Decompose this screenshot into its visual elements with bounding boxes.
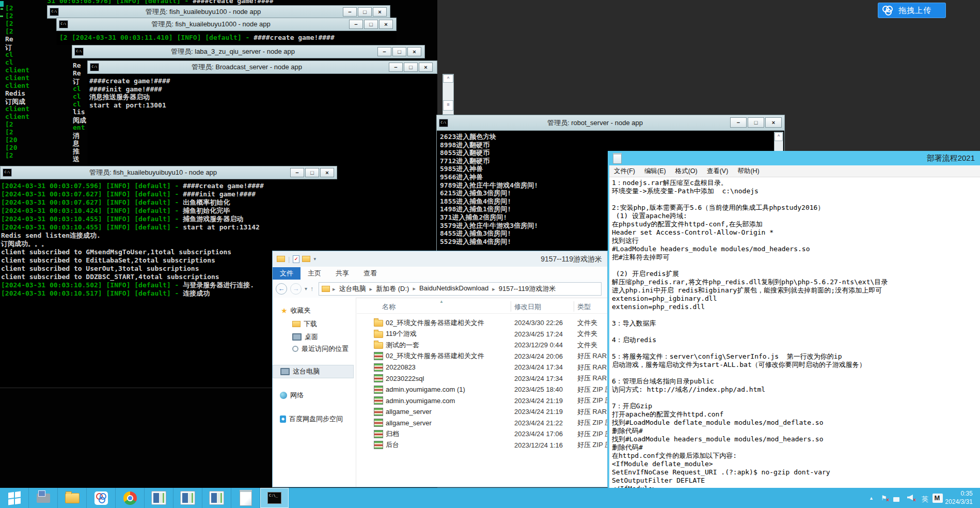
breadcrumb-item[interactable]: 9157--119游戏游米 xyxy=(489,284,557,294)
window-fish10-titlebar[interactable]: C:\ 管理员: fish_kuailebuyuibuyu10 - node a… xyxy=(0,166,337,179)
taskbar-app-2[interactable] xyxy=(173,488,202,508)
menu-item[interactable]: 格式(O) xyxy=(671,167,702,176)
minimize-button[interactable]: − xyxy=(389,63,403,72)
network-status-icon[interactable] xyxy=(893,496,899,503)
table-row[interactable]: 归档 2023/4/24 17:06 好压 ZIP 压缩文件 xyxy=(357,428,607,440)
notepad-text-area[interactable]: 1：nodejs.rar解压缩至c盘根目录。环境变量->系统变量-Path中添加… xyxy=(612,179,979,508)
table-row[interactable]: admin.youmigame.com 2023/4/24 21:19 好压 Z… xyxy=(357,395,607,407)
maximize-button[interactable]: □ xyxy=(392,47,406,56)
breadcrumb[interactable]: 这台电脑新加卷 (D:)BaiduNetdiskDownload9157--11… xyxy=(319,282,602,296)
history-dropdown-icon[interactable]: ▾ xyxy=(305,286,307,291)
ribbon-tab[interactable]: 文件 xyxy=(273,267,301,280)
sidebar-item-downloads[interactable]: 下载 xyxy=(273,318,354,330)
scroll-up-icon[interactable]: ^ xyxy=(443,74,453,83)
scroll-up-icon[interactable]: ^ xyxy=(774,132,783,141)
forward-button[interactable]: → xyxy=(290,283,302,295)
window-fish100-titlebar[interactable]: C:\ 管理员: fish_kuailebuyu100 - node app −… xyxy=(47,5,390,19)
notepad-titlebar[interactable]: 部署流程2021 xyxy=(609,151,980,165)
new-folder-icon[interactable] xyxy=(302,256,310,262)
back-button[interactable]: ← xyxy=(276,283,287,295)
sidebar-item-favorites[interactable]: ★ 收藏夹 xyxy=(273,305,354,316)
taskbar-server-manager[interactable] xyxy=(29,488,58,508)
language-indicator[interactable]: 英 xyxy=(922,495,928,504)
minimize-button[interactable]: − xyxy=(290,168,304,177)
menu-item[interactable]: 查看(V) xyxy=(702,167,733,176)
action-center-flag-icon[interactable]: ⚑× xyxy=(881,494,887,502)
window-broadcast-titlebar[interactable]: C:\ 管理员: Broadcast_server - node app − □… xyxy=(87,60,437,74)
ribbon-tab[interactable]: 查看 xyxy=(356,267,384,280)
maximize-button[interactable]: □ xyxy=(358,7,372,17)
ribbon-tab[interactable]: 主页 xyxy=(301,267,328,280)
table-row[interactable]: 测试的一套 2023/12/29 0:44 文件夹 xyxy=(357,340,607,351)
up-button[interactable]: ↑ xyxy=(310,285,313,293)
close-button[interactable]: × xyxy=(407,47,421,56)
breadcrumb-item[interactable]: 这台电脑 xyxy=(330,284,367,294)
taskbar-notepad[interactable] xyxy=(231,488,260,508)
sidebar-item-recent[interactable]: 最近访问的位置 xyxy=(273,343,354,355)
this-pc-icon xyxy=(280,368,290,375)
close-button[interactable]: × xyxy=(379,20,393,29)
taskbar-baidu-netdisk[interactable] xyxy=(87,488,116,508)
file-type: 文件夹 xyxy=(577,329,597,338)
table-row[interactable]: 02_环境文件服务器搭建相关文件 2024/3/30 22:26 文件夹 xyxy=(357,317,607,329)
notepad-title: 部署流程2021 xyxy=(927,153,975,163)
close-button[interactable]: × xyxy=(320,168,334,177)
table-row[interactable]: 20230222sql 2023/4/24 17:34 好压 RAR 压缩文件 xyxy=(357,373,607,384)
column-header-name[interactable]: 名称 xyxy=(382,302,396,312)
console-fragment: [2 xyxy=(5,4,46,12)
hidden-icons-chevron[interactable]: ▲ xyxy=(869,496,874,501)
column-header-date[interactable]: 修改日期 xyxy=(514,302,541,312)
maximize-button[interactable]: □ xyxy=(364,20,378,29)
minimize-button[interactable]: − xyxy=(343,7,357,17)
window-laba-titlebar[interactable]: C:\ 管理员: laba_3_zu_qiu_server - node app… xyxy=(72,45,425,58)
maximize-button[interactable]: □ xyxy=(748,117,764,128)
sidebar-item-network[interactable]: 网络 xyxy=(273,390,354,401)
close-button[interactable]: × xyxy=(419,63,433,72)
scrollbar-thumb[interactable]: ≡ xyxy=(443,100,453,111)
start-button[interactable] xyxy=(0,488,29,508)
taskbar-app-3[interactable] xyxy=(202,488,231,508)
maximize-button[interactable]: □ xyxy=(404,63,418,72)
ribbon-tab[interactable]: 共享 xyxy=(328,267,356,280)
downloads-folder-icon xyxy=(292,321,301,327)
breadcrumb-item[interactable]: 新加卷 (D:) xyxy=(367,284,410,294)
menu-item[interactable]: 编辑(E) xyxy=(640,167,671,176)
table-row[interactable]: 后台 2023/12/24 1:16 好压 ZIP 压缩文件 xyxy=(357,440,607,451)
taskbar-app-1[interactable] xyxy=(145,488,173,508)
console-line: Redis send listen连接成功. xyxy=(1,232,436,240)
close-button[interactable]: × xyxy=(373,7,387,17)
sidebar-item-desktop[interactable]: 桌面 xyxy=(273,331,354,343)
scrollbar[interactable]: ^ xyxy=(774,132,783,152)
window-robot-titlebar[interactable]: C:\ 管理员: robot_server - node app − □ × xyxy=(437,115,784,131)
table-row[interactable]: 02_环境文件服务器搭建相关文件 2023/4/24 20:06 好压 RAR … xyxy=(357,351,607,362)
qat-dropdown-icon[interactable]: ▾ xyxy=(313,256,316,261)
drag-upload-button[interactable]: 拖拽上传 xyxy=(878,3,946,18)
explorer-titlebar[interactable]: | ✓ ▾ 9157--119游戏游米 xyxy=(273,251,607,267)
ime-mode-icon[interactable]: M xyxy=(932,494,942,503)
sidebar-item-this-pc[interactable]: 这台电脑 xyxy=(273,365,354,378)
properties-icon[interactable]: ✓ xyxy=(293,255,299,263)
table-row[interactable]: allgame_server 2023/4/24 21:19 好压 RAR 压缩… xyxy=(357,406,607,418)
menu-item[interactable]: 帮助(H) xyxy=(733,167,764,176)
taskbar-chrome[interactable] xyxy=(116,488,145,508)
menu-item[interactable]: 文件(F) xyxy=(609,167,640,176)
taskbar-file-explorer[interactable] xyxy=(58,488,87,508)
table-row[interactable]: allgame_server 2023/4/24 21:22 好压 ZIP 压缩… xyxy=(357,418,607,429)
table-row[interactable]: admin.youmigame.com (1) 2023/4/25 18:40 … xyxy=(357,384,607,395)
table-row[interactable]: 20220823 2023/4/24 17:34 好压 RAR 压缩文件 xyxy=(357,362,607,373)
minimize-button[interactable]: − xyxy=(730,117,747,128)
text-line: 1：nodejs.rar解压缩至c盘根目录。 xyxy=(612,179,979,187)
text-line xyxy=(612,328,979,336)
column-header-type[interactable]: 类型 xyxy=(577,302,591,312)
breadcrumb-item[interactable]: BaiduNetdiskDownload xyxy=(410,284,489,294)
sidebar-item-baidu-sync[interactable]: ◆ 百度网盘同步空间 xyxy=(273,413,354,425)
minimize-button[interactable]: − xyxy=(377,47,391,56)
maximize-button[interactable]: □ xyxy=(305,168,319,177)
minimize-button[interactable]: − xyxy=(349,20,363,29)
volume-muted-icon[interactable]: × xyxy=(907,494,913,502)
taskbar-console-active[interactable]: C:\_ xyxy=(260,488,289,508)
table-row[interactable]: 119个游戏 2023/4/25 17:24 文件夹 xyxy=(357,329,607,340)
window-fish1000-titlebar[interactable]: C:\ 管理员: fish_kuailebuyu1000 - node app … xyxy=(56,18,397,31)
close-button[interactable]: × xyxy=(765,117,782,128)
scrollbar[interactable]: ^ ≡ xyxy=(442,74,454,115)
